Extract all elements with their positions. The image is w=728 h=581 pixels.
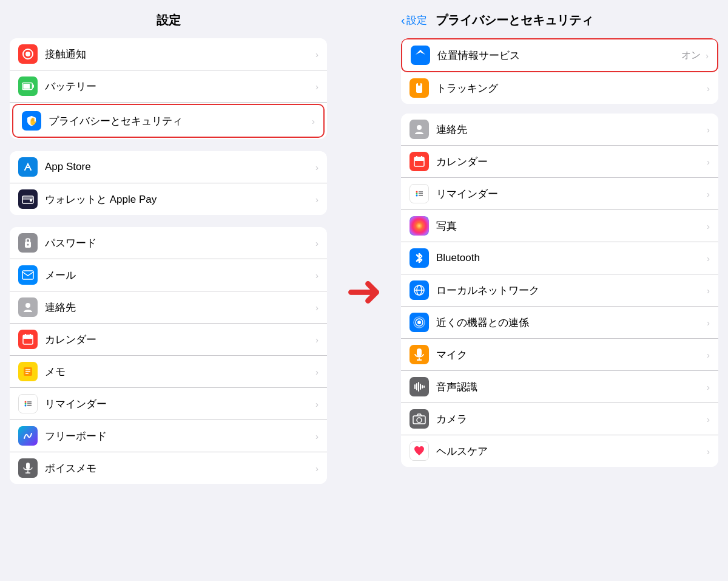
settings-row-privacy[interactable]: ✋ プライバシーとセキュリティ ›: [12, 104, 325, 138]
svg-text:✋: ✋: [29, 117, 38, 126]
settings-row-freeform[interactable]: フリーボード ›: [10, 420, 327, 452]
notes-chevron: ›: [315, 367, 318, 377]
contacts-icon: [18, 297, 38, 317]
voicememo-chevron: ›: [315, 463, 318, 474]
right-photos-chevron: ›: [707, 221, 710, 231]
settings-row-notes[interactable]: メモ ›: [10, 356, 327, 388]
tracking-icon: [410, 78, 429, 98]
touch-icon: [18, 44, 38, 64]
privacy-chevron: ›: [312, 116, 315, 126]
right-row-mic[interactable]: マイク ›: [401, 339, 718, 371]
appstore-label: App Store: [45, 161, 313, 173]
right-row-health[interactable]: ヘルスケア ›: [401, 435, 718, 467]
left-panel-title: 設定: [0, 6, 337, 38]
svg-point-21: [25, 401, 27, 403]
right-row-camera[interactable]: カメラ ›: [401, 403, 718, 435]
svg-point-58: [417, 418, 422, 423]
reminders-chevron: ›: [315, 399, 318, 409]
right-row-speech[interactable]: 音声認識 ›: [401, 371, 718, 403]
settings-row-wallet[interactable]: ウォレットと Apple Pay ›: [10, 183, 327, 215]
svg-rect-14: [23, 335, 33, 339]
navigation-arrow: ➜: [337, 0, 391, 581]
svg-rect-55: [422, 385, 423, 389]
right-group-location: 位置情報サービス オン › トラッキング ›: [401, 38, 718, 104]
svg-rect-3: [23, 84, 30, 89]
arrow-symbol: ➜: [346, 269, 382, 313]
settings-group-builtin: パスワード › メール › 連絡先 ›: [10, 227, 327, 484]
right-row-network[interactable]: ローカルネットワーク ›: [401, 274, 718, 307]
svg-rect-52: [416, 383, 417, 390]
right-row-contacts[interactable]: 連絡先 ›: [401, 114, 718, 146]
svg-point-12: [25, 303, 30, 308]
back-chevron-icon: ‹: [401, 13, 405, 27]
right-row-calendar[interactable]: カレンダー ›: [401, 146, 718, 178]
svg-rect-4: [33, 84, 34, 87]
tracking-chevron: ›: [707, 83, 710, 93]
right-reminders-label: リマインダー: [436, 187, 704, 201]
battery-label: バッテリー: [45, 80, 313, 93]
back-label: 設定: [406, 13, 427, 27]
right-row-tracking[interactable]: トラッキング ›: [401, 72, 718, 104]
settings-row-battery[interactable]: バッテリー ›: [10, 70, 327, 103]
right-nearby-icon: [410, 313, 429, 332]
right-group-privacy: 連絡先 › カレンダー ›: [401, 114, 718, 467]
settings-row-appstore[interactable]: App Store ›: [10, 151, 327, 183]
right-nearby-label: 近くの機器との連係: [436, 316, 704, 330]
right-mic-label: マイク: [436, 348, 704, 362]
svg-point-10: [27, 244, 29, 246]
svg-point-30: [417, 125, 422, 130]
right-reminders-chevron: ›: [707, 189, 710, 199]
svg-point-36: [416, 193, 418, 195]
right-health-chevron: ›: [707, 446, 710, 457]
freeform-label: フリーボード: [45, 429, 313, 443]
voicememo-label: ボイスメモ: [45, 461, 313, 475]
right-row-bluetooth[interactable]: Bluetooth ›: [401, 242, 718, 274]
right-camera-icon: [410, 409, 429, 429]
right-mic-icon: [410, 345, 429, 364]
settings-row-touch[interactable]: 接触通知 ›: [10, 38, 327, 70]
svg-rect-51: [414, 384, 416, 389]
svg-rect-53: [418, 382, 419, 392]
touch-label: 接触通知: [45, 47, 313, 61]
svg-rect-11: [22, 271, 33, 279]
right-mic-chevron: ›: [707, 350, 710, 360]
reminders-label: リマインダー: [45, 397, 313, 411]
settings-row-contacts[interactable]: 連絡先 ›: [10, 291, 327, 324]
settings-group-apps: App Store › ウォレットと Apple Pay ›: [10, 151, 327, 215]
svg-rect-41: [410, 216, 429, 236]
freeform-icon: [18, 426, 38, 446]
svg-rect-27: [26, 463, 30, 469]
settings-row-reminders[interactable]: リマインダー ›: [10, 388, 327, 420]
calendar-label: カレンダー: [45, 333, 313, 347]
settings-row-calendar[interactable]: カレンダー ›: [10, 324, 327, 356]
right-bluetooth-chevron: ›: [707, 253, 710, 263]
settings-group-top: 接触通知 › バッテリー › ✋: [10, 38, 327, 139]
right-camera-label: カメラ: [436, 412, 704, 426]
mail-label: メール: [45, 268, 313, 282]
wallet-chevron: ›: [315, 194, 318, 205]
right-row-location[interactable]: 位置情報サービス オン ›: [401, 38, 718, 72]
appstore-icon: [18, 157, 38, 177]
contacts-chevron: ›: [315, 302, 318, 313]
notes-label: メモ: [45, 365, 313, 379]
right-calendar-icon: [410, 152, 429, 171]
right-nearby-chevron: ›: [707, 318, 710, 328]
appstore-chevron: ›: [315, 162, 318, 172]
right-row-photos[interactable]: 写真 ›: [401, 210, 718, 242]
back-button[interactable]: ‹ 設定: [401, 13, 427, 27]
settings-row-mail[interactable]: メール ›: [10, 259, 327, 291]
right-network-label: ローカルネットワーク: [436, 284, 704, 297]
location-status: オン: [681, 49, 701, 62]
settings-row-voicememo[interactable]: ボイスメモ ›: [10, 452, 327, 484]
wallet-icon: [18, 189, 38, 209]
svg-point-37: [416, 195, 418, 197]
contacts-label: 連絡先: [45, 301, 313, 314]
location-chevron: ›: [706, 50, 709, 61]
right-row-reminders[interactable]: リマインダー ›: [401, 178, 718, 210]
right-row-nearby[interactable]: 近くの機器との連係 ›: [401, 307, 718, 339]
settings-row-passwords[interactable]: パスワード ›: [10, 227, 327, 259]
location-label: 位置情報サービス: [437, 49, 681, 63]
touch-chevron: ›: [315, 49, 318, 59]
notes-icon: [18, 362, 38, 381]
svg-point-22: [25, 403, 27, 405]
